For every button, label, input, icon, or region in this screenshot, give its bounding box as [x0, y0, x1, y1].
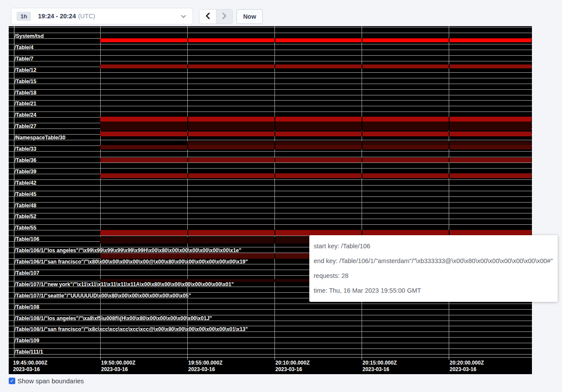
span-band[interactable]	[100, 132, 532, 136]
span-boundary-line	[9, 168, 532, 169]
span-boundary-line	[9, 27, 532, 27]
hover-tooltip: start key: /Table/106end key: /Table/106…	[309, 235, 558, 302]
row-label: /Table/4	[14, 45, 34, 51]
span-band[interactable]	[187, 141, 532, 145]
span-boundary-line	[9, 106, 532, 106]
bucket-gap	[362, 145, 362, 149]
span-band[interactable]	[100, 145, 532, 149]
row-label: /Table/106	[14, 237, 39, 242]
bucket-gap	[449, 117, 450, 122]
axis-time: 20:20:00.000Z	[450, 360, 484, 366]
axis-time: 19:55:00.000Z	[188, 360, 223, 366]
bucket-gap	[274, 230, 275, 236]
time-range-preset-badge: 1h	[17, 12, 31, 21]
bucket-gap	[187, 38, 188, 42]
row-label: /Table/107/1/"seattle"/"UUUUUUD\x00\x80\…	[14, 293, 191, 299]
bucket-gap	[274, 173, 275, 178]
bucket-gap	[362, 122, 362, 131]
time-gridline	[100, 26, 101, 357]
axis-tick	[187, 357, 188, 360]
bucket-gap	[187, 132, 188, 136]
row-label: /Table/108	[14, 304, 39, 310]
row-label: /Table/39	[14, 169, 36, 175]
show-span-boundaries-label: Show span boundaries	[17, 377, 84, 385]
span-boundary-line	[9, 162, 532, 163]
bucket-gap	[274, 253, 275, 259]
now-button[interactable]: Now	[237, 9, 263, 24]
span-boundary-line	[9, 304, 532, 304]
next-range-button[interactable]	[216, 10, 233, 24]
row-label: /System/tsd	[14, 34, 44, 39]
row-label: /Table/45	[14, 192, 36, 197]
bucket-gap	[274, 132, 275, 136]
bucket-gap	[449, 145, 450, 149]
bucket-gap	[449, 64, 450, 68]
span-boundary-line	[9, 208, 532, 208]
span-band[interactable]	[100, 158, 532, 162]
row-label: /Table/52	[14, 214, 36, 220]
row-label: /Table/15	[14, 79, 36, 84]
bucket-gap	[362, 132, 362, 136]
span-boundary-line	[9, 343, 532, 343]
span-boundary-line	[9, 78, 532, 78]
axis-time: 20:10:00.000Z	[275, 360, 310, 366]
bucket-gap	[362, 117, 362, 122]
bucket-gap	[187, 122, 188, 131]
span-boundary-line	[9, 337, 532, 338]
key-visualizer-canvas[interactable]: /System/tsd/Table/4/Table/7/Table/12/Tab…	[9, 26, 532, 374]
axis-date: 2023-03-16	[450, 366, 484, 373]
bucket-gap	[187, 253, 188, 259]
bucket-gap	[449, 38, 450, 42]
time-range-selector[interactable]: 1h 19:24 - 20:24 (UTC)	[11, 8, 193, 24]
bucket-gap	[187, 173, 188, 178]
time-gridline	[274, 26, 275, 357]
show-span-boundaries-checkbox[interactable]: ✓	[9, 378, 15, 384]
span-band[interactable]	[100, 38, 532, 42]
axis-time: 20:15:00.000Z	[362, 360, 397, 366]
span-boundary-line	[9, 95, 532, 95]
bucket-gap	[449, 122, 450, 131]
tooltip-line: requests: 28	[314, 268, 558, 283]
bucket-gap	[274, 145, 275, 149]
axis-tick	[362, 357, 362, 360]
axis-date: 2023-03-16	[13, 366, 47, 373]
axis-tick	[100, 357, 101, 360]
row-label: /NamespaceTable/30	[14, 135, 65, 141]
row-label: /Table/27	[14, 124, 36, 129]
time-axis-label: 20:20:00.000Z2023-03-16	[450, 360, 484, 373]
axis-date: 2023-03-16	[101, 366, 135, 373]
axis-tick	[274, 357, 275, 360]
bucket-gap	[274, 117, 275, 122]
span-boundary-line	[9, 196, 532, 197]
span-band[interactable]	[100, 122, 532, 131]
span-boundary-line	[9, 191, 532, 191]
span-boundary-line	[9, 185, 532, 186]
time-gridline	[449, 26, 449, 357]
bucket-gap	[274, 141, 275, 145]
axis-date: 2023-03-16	[188, 366, 223, 373]
chevron-down-icon	[181, 12, 186, 20]
bucket-gap	[449, 141, 450, 145]
row-label: /Table/12	[14, 68, 36, 73]
bucket-gap	[274, 158, 275, 162]
tooltip-line: end key: /Table/106/1/"amsterdam"/"\xb33…	[314, 253, 558, 268]
bucket-gap	[187, 230, 188, 236]
bucket-gap	[187, 158, 188, 162]
bucket-gap	[362, 141, 362, 145]
row-label: /Table/107/1/"new york"/"\x11\x11\x11\x1…	[14, 282, 234, 287]
tooltip-line: time: Thu, 16 Mar 2023 19:55:00 GMT	[314, 283, 558, 298]
row-label: /Table/24	[14, 112, 36, 118]
span-boundary-line	[9, 55, 532, 56]
bucket-gap	[187, 237, 188, 243]
span-boundary-line	[9, 84, 532, 84]
time-range-nav	[199, 9, 233, 24]
time-axis-label: 20:10:00.000Z2023-03-16	[275, 360, 310, 373]
span-band[interactable]	[100, 64, 532, 68]
bucket-gap	[274, 279, 275, 282]
axis-tick	[449, 357, 449, 360]
time-axis-label: 20:15:00.000Z2023-03-16	[362, 360, 397, 373]
span-band[interactable]	[100, 173, 532, 178]
prev-range-button[interactable]	[200, 10, 216, 24]
span-band[interactable]	[100, 117, 532, 122]
row-label: /Table/42	[14, 180, 36, 186]
